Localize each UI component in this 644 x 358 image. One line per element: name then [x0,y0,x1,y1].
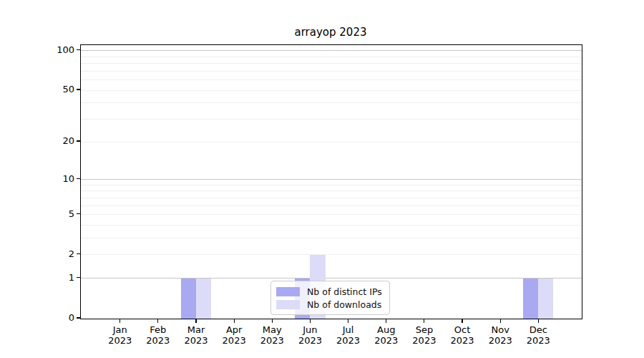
legend-swatch [276,300,300,309]
x-tick [272,319,273,323]
x-tick [500,319,501,323]
gridline-minor [81,102,582,103]
x-tick-year: 2023 [509,335,567,346]
x-tick [462,319,462,323]
y-tick-label: 5 [0,208,74,220]
gridline-minor [81,198,582,198]
y-tick [77,317,81,318]
legend-swatch [276,287,300,296]
y-tick [77,49,81,50]
gridline-minor [81,71,582,72]
legend-item: Nb of distinct IPs [276,285,385,298]
bar-distinct-ips [181,279,196,319]
x-tick [157,319,158,323]
gridline-major [81,179,582,180]
gridline-minor [81,238,582,238]
bar-distinct-ips [523,279,538,319]
x-tick [195,319,196,323]
x-tick-label: Dec2023 [509,324,567,346]
gridline-minor [81,79,582,80]
x-tick [424,319,424,323]
x-tick [348,319,348,323]
gridline-minor [81,119,582,120]
gridline-minor [81,190,582,191]
x-tick [234,319,235,323]
gridline-minor [81,57,582,57]
legend-item: Nb of downloads [276,298,385,311]
gridline-major [81,50,582,51]
y-tick [77,253,81,254]
x-tick [119,319,120,323]
plot-area [80,44,582,319]
legend: Nb of distinct IPsNb of downloads [270,281,390,315]
chart-title: arrayop 2023 [80,26,581,39]
y-tick-label: 10 [0,173,74,185]
bar-downloads [538,279,553,319]
gridline-minor [81,185,582,185]
gridline-major [81,278,582,279]
y-tick-label: 100 [0,44,74,56]
y-tick-label: 1 [0,272,74,284]
gridline-minor [81,214,582,215]
y-tick [77,89,81,90]
gridline-minor [81,225,582,226]
bar-downloads [196,279,211,319]
y-tick-label: 20 [0,135,74,147]
y-tick [77,277,81,278]
y-tick [77,178,81,179]
gridline-minor [81,205,582,206]
y-tick-label: 50 [0,84,74,95]
y-tick [77,213,81,214]
legend-label: Nb of distinct IPs [307,286,382,297]
gridline-minor [81,63,582,64]
legend-label: Nb of downloads [307,299,381,310]
x-tick-month: Dec [509,324,567,335]
y-tick-label: 0 [0,312,74,324]
x-tick [538,319,539,323]
y-tick [77,140,81,141]
chart-figure: arrayop 2023 0125102050100Jan2023Feb2023… [0,0,644,358]
gridline-minor [81,254,582,255]
x-tick [386,319,386,323]
gridline-minor [81,142,582,142]
gridline-minor [81,90,582,91]
x-tick [310,319,311,323]
y-tick-label: 2 [0,248,74,260]
